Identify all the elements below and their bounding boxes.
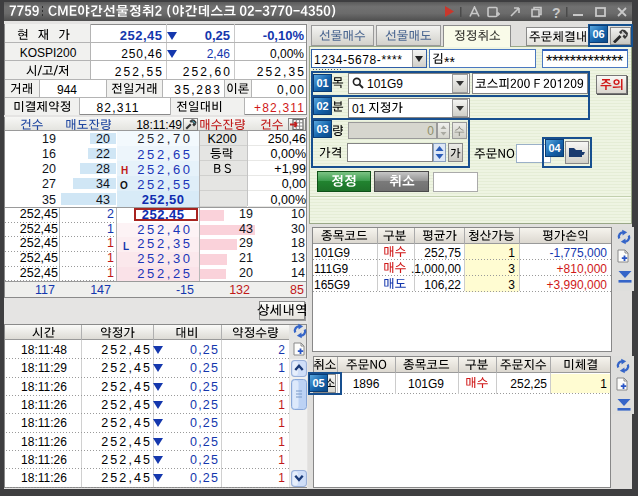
- svg-text:?: ?: [552, 6, 561, 18]
